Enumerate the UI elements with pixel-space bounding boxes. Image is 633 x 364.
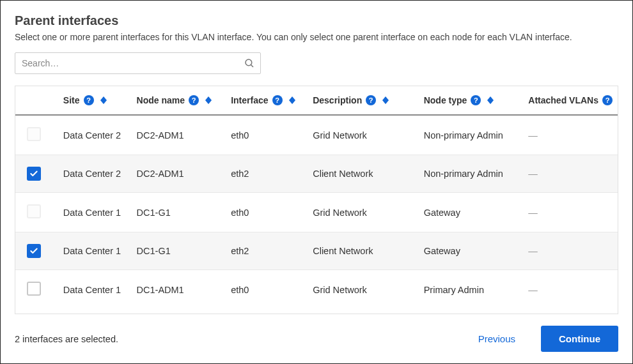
cell-site: Data Center 1	[58, 232, 132, 270]
row-checkbox[interactable]	[27, 167, 41, 181]
cell-node-name: DC2-ADM1	[132, 155, 226, 193]
cell-site: Data Center 1	[58, 270, 132, 310]
svg-marker-11	[487, 100, 494, 104]
svg-marker-5	[205, 100, 212, 104]
svg-line-1	[251, 64, 253, 67]
help-icon[interactable]: ?	[189, 95, 199, 105]
cell-description: Grid Network	[308, 270, 419, 310]
page-subtitle: Select one or more parent interfaces for…	[15, 32, 618, 42]
cell-description: Grid Network	[308, 115, 419, 155]
svg-marker-9	[382, 100, 389, 104]
col-attached-vlans-label: Attached VLANs	[528, 95, 598, 105]
cell-attached-vlans: —	[523, 193, 618, 232]
cell-node-type: Gateway	[419, 232, 524, 270]
cell-site: Data Center 2	[58, 115, 132, 155]
col-node-name-label: Node name	[137, 95, 185, 105]
sort-icon[interactable]	[487, 96, 494, 104]
search-input[interactable]	[20, 57, 244, 69]
col-node-name-header[interactable]: Node name ?	[132, 86, 226, 115]
row-checkbox[interactable]	[27, 127, 41, 141]
col-description-header[interactable]: Description ?	[308, 86, 419, 115]
cell-node-name: DC2-ADM1	[132, 115, 226, 155]
col-node-type-header[interactable]: Node type ?	[419, 86, 524, 115]
col-node-type-label: Node type	[424, 95, 467, 105]
cell-interface: eth0	[226, 115, 308, 155]
page-title: Parent interfaces	[15, 13, 618, 28]
cell-interface: eth0	[226, 193, 308, 232]
table-row[interactable]: Data Center 2DC2-ADM1eth2Client NetworkN…	[15, 155, 618, 193]
svg-point-0	[246, 59, 252, 66]
svg-marker-7	[289, 100, 295, 104]
col-site-label: Site	[63, 95, 80, 105]
interfaces-table-scroll[interactable]: Site ? Node name ?	[15, 86, 618, 314]
cell-node-name: DC1-ADM1	[132, 270, 226, 310]
cell-site: Data Center 2	[58, 155, 132, 193]
col-attached-vlans-header[interactable]: Attached VLANs ?	[523, 86, 618, 115]
col-checkbox-header	[15, 86, 58, 115]
col-interface-header[interactable]: Interface ?	[226, 86, 308, 115]
continue-button[interactable]: Continue	[541, 326, 618, 352]
help-icon[interactable]: ?	[272, 95, 283, 105]
help-icon[interactable]: ?	[84, 95, 94, 105]
table-row[interactable]: Data Center 1DC1-ADM1eth0Grid NetworkPri…	[15, 270, 618, 310]
table-row[interactable]: Data Center 2DC2-ADM1eth0Grid NetworkNon…	[15, 115, 618, 155]
cell-node-name: DC1-G1	[132, 232, 226, 270]
cell-description: Client Network	[308, 232, 419, 270]
help-icon[interactable]: ?	[602, 95, 613, 105]
sort-icon[interactable]	[382, 96, 389, 104]
col-description-label: Description	[313, 95, 362, 105]
row-checkbox[interactable]	[27, 244, 41, 258]
cell-interface: eth0	[226, 270, 308, 310]
cell-node-type: Non-primary Admin	[419, 115, 524, 155]
sort-icon[interactable]	[289, 96, 295, 104]
cell-attached-vlans: —	[523, 155, 618, 193]
previous-button[interactable]: Previous	[471, 328, 523, 349]
cell-site: Data Center 1	[58, 193, 132, 232]
sort-icon[interactable]	[205, 96, 212, 104]
row-checkbox[interactable]	[27, 204, 41, 218]
cell-attached-vlans: —	[523, 232, 618, 270]
parent-interfaces-panel: Parent interfaces Select one or more par…	[0, 0, 633, 364]
footer: 2 interfaces are selected. Previous Cont…	[15, 314, 618, 352]
col-interface-label: Interface	[231, 95, 268, 105]
row-checkbox[interactable]	[27, 282, 41, 296]
selection-count: 2 interfaces are selected.	[15, 334, 118, 344]
table-row[interactable]: Data Center 1DC1-G1eth2Client NetworkGat…	[15, 232, 618, 270]
search-icon	[244, 57, 255, 69]
svg-marker-3	[100, 100, 107, 104]
help-icon[interactable]: ?	[471, 95, 481, 105]
help-icon[interactable]: ?	[366, 95, 376, 105]
sort-icon[interactable]	[100, 96, 107, 104]
cell-description: Client Network	[308, 155, 419, 193]
interfaces-table: Site ? Node name ?	[15, 86, 618, 309]
cell-interface: eth2	[226, 232, 308, 270]
search-field[interactable]	[15, 52, 261, 74]
cell-node-type: Non-primary Admin	[419, 155, 524, 193]
cell-node-type: Gateway	[419, 193, 524, 232]
cell-attached-vlans: —	[523, 115, 618, 155]
cell-node-type: Primary Admin	[419, 270, 524, 310]
col-site-header[interactable]: Site ?	[58, 86, 132, 115]
cell-attached-vlans: —	[523, 270, 618, 310]
cell-node-name: DC1-G1	[132, 193, 226, 232]
table-row[interactable]: Data Center 1DC1-G1eth0Grid NetworkGatew…	[15, 193, 618, 232]
cell-interface: eth2	[226, 155, 308, 193]
cell-description: Grid Network	[308, 193, 419, 232]
